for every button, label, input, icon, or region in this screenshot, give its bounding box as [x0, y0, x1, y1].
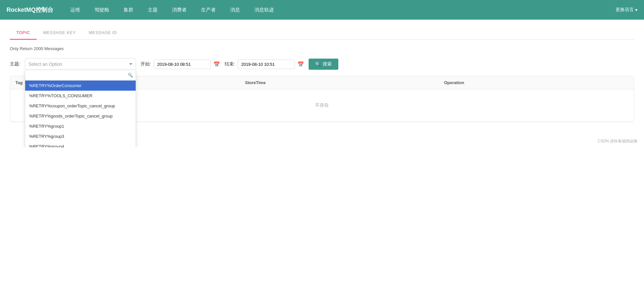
dropdown-arrow-icon	[129, 63, 132, 65]
tabs: TOPICMESSAGE KEYMESSAGE ID	[10, 26, 634, 40]
dropdown-option[interactable]: %RETRY%group1	[25, 121, 136, 131]
dropdown-option[interactable]: %RETRY%group4	[25, 141, 136, 147]
start-calendar-icon[interactable]: 📅	[213, 61, 220, 67]
topic-label: 主题:	[10, 61, 20, 67]
dropdown-option[interactable]: %RETRY%coupon_orderTopic_cancel_group	[25, 101, 136, 111]
dropdown-search-input[interactable]	[28, 71, 128, 79]
col-header-storetime: StoreTime	[240, 76, 439, 89]
col-header-key: Key	[123, 76, 240, 89]
start-date-input[interactable]	[154, 60, 211, 69]
navbar-brand: RocketMQ控制台	[7, 6, 53, 14]
select-trigger[interactable]: Select an Option	[25, 58, 136, 70]
dropdown-search: 🔍	[25, 70, 136, 81]
tab-topic[interactable]: TOPIC	[10, 26, 37, 40]
navbar-item-consumer[interactable]: 消费者	[165, 0, 194, 20]
navbar-lang[interactable]: 更换语言 ▾	[616, 7, 637, 13]
not-exist-label: 不存在	[315, 102, 329, 108]
search-icon: 🔍	[128, 73, 133, 78]
navbar-item-ops[interactable]: 运维	[63, 0, 87, 20]
col-header-operation: Operation	[439, 76, 634, 89]
navbar-item-producer[interactable]: 生产者	[194, 0, 223, 20]
end-label: 结束:	[225, 61, 235, 67]
end-date-input[interactable]	[238, 60, 295, 69]
start-label: 开始:	[141, 61, 151, 67]
search-row: 主题: Select an Option 🔍 %RETRY%OrderConsu…	[10, 58, 634, 70]
navbar-items: 运维驾驶舱集群主题消费者生产者消息消息轨迹	[63, 0, 616, 20]
tab-msgkey[interactable]: MESSAGE KEY	[37, 26, 82, 40]
search-icon-magnifier: 🔍	[315, 62, 321, 67]
navbar-item-trace[interactable]: 消息轨迹	[247, 0, 281, 20]
navbar-item-dashboard[interactable]: 驾驶舱	[87, 0, 116, 20]
dropdown-option[interactable]: %RETRY%TOOLS_CONSUMER	[25, 91, 136, 101]
end-calendar-icon[interactable]: 📅	[297, 61, 304, 67]
dropdown-option[interactable]: %RETRY%OrderConsumer	[25, 81, 136, 91]
dropdown-option[interactable]: %RETRY%goods_orderTopic_cancel_group	[25, 111, 136, 121]
navbar-item-cluster[interactable]: 集群	[116, 0, 141, 20]
dropdown-option[interactable]: %RETRY%group3	[25, 131, 136, 141]
dropdown-list: %RETRY%OrderConsumer%RETRY%TOOLS_CONSUME…	[25, 81, 136, 147]
navbar-lang-arrow: ▾	[635, 7, 637, 12]
dropdown-panel: 🔍 %RETRY%OrderConsumer%RETRY%TOOLS_CONSU…	[25, 70, 136, 147]
navbar-lang-label: 更换语言	[616, 7, 634, 13]
end-date-field: 结束: 📅	[225, 60, 304, 69]
watermark-text: CSDN @聆春烟雨惢猴	[598, 139, 637, 143]
tab-msgid[interactable]: MESSAGE ID	[82, 26, 123, 40]
select-placeholder: Select an Option	[28, 62, 62, 67]
navbar: RocketMQ控制台 运维驾驶舱集群主题消费者生产者消息消息轨迹 更换语言 ▾	[0, 0, 644, 20]
search-button[interactable]: 🔍 搜索	[309, 59, 338, 70]
select-wrapper: Select an Option 🔍 %RETRY%OrderConsumer%…	[25, 58, 136, 70]
search-button-label: 搜索	[323, 61, 332, 67]
start-date-field: 开始: 📅	[141, 60, 220, 69]
content: TOPICMESSAGE KEYMESSAGE ID Only Return 2…	[0, 20, 644, 129]
navbar-item-topic[interactable]: 主题	[141, 0, 165, 20]
info-text: Only Return 2000 Messages	[10, 46, 634, 51]
navbar-item-message[interactable]: 消息	[223, 0, 247, 20]
